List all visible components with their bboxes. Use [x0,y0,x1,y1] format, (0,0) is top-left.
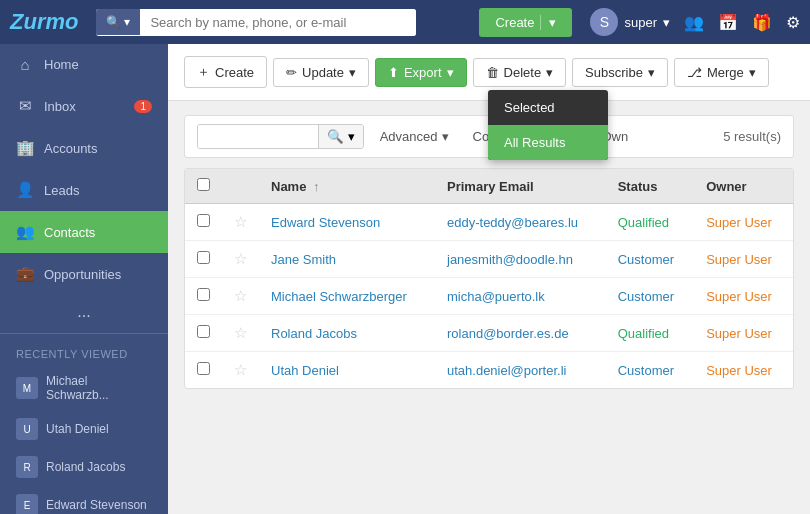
owner-link[interactable]: Super User [706,289,772,304]
table-search-box: 🔍 ▾ [197,124,364,149]
subscribe-button[interactable]: Subscribe ▾ [572,58,668,87]
table-search-button[interactable]: 🔍 ▾ [318,125,363,148]
header-email[interactable]: Primary Email [435,169,606,204]
contact-email-link[interactable]: roland@border.es.de [447,326,569,341]
export-button[interactable]: ⬆ Export ▾ [375,58,467,87]
logo-z: Z [10,9,23,34]
recent-item-michael[interactable]: M Michael Schwarzb... [0,366,168,410]
row-checkbox[interactable] [197,325,210,338]
sidebar-item-contacts[interactable]: 👥 Contacts [0,211,168,253]
merge-button[interactable]: ⎇ Merge ▾ [674,58,769,87]
sidebar-item-label-opportunities: Opportunities [44,267,121,282]
contact-email-link[interactable]: eddy-teddy@beares.lu [447,215,578,230]
people-icon[interactable]: 👥 [684,13,704,32]
opportunities-icon: 💼 [16,265,34,283]
row-checkbox[interactable] [197,251,210,264]
status-badge: Qualified [618,215,669,230]
recent-avatar-roland: R [16,456,38,478]
delete-button[interactable]: 🗑 Delete ▾ [473,58,567,87]
sidebar-item-label-home: Home [44,57,79,72]
header-star-col [222,169,259,204]
star-icon[interactable]: ☆ [234,324,247,341]
sidebar-item-accounts[interactable]: 🏢 Accounts [0,127,168,169]
contact-name-link[interactable]: Jane Smith [271,252,336,267]
row-checkbox-cell [185,204,222,241]
star-icon[interactable]: ☆ [234,213,247,230]
row-status-cell: Customer [606,352,694,389]
owner-link[interactable]: Super User [706,252,772,267]
table-header-row: Name ↑ Primary Email Status Owner [185,169,793,204]
create-contact-button[interactable]: ＋ Create [184,56,267,88]
status-badge: Qualified [618,326,669,341]
recent-avatar-michael: M [16,377,38,399]
contact-name-link[interactable]: Roland Jacobs [271,326,357,341]
header-status[interactable]: Status [606,169,694,204]
contact-name-link[interactable]: Edward Stevenson [271,215,380,230]
export-label: Export [404,65,442,80]
search-input[interactable] [140,9,416,36]
row-email-cell: micha@puerto.lk [435,278,606,315]
update-button[interactable]: ✏ Update ▾ [273,58,369,87]
contact-name-link[interactable]: Michael Schwarzberger [271,289,407,304]
logo-rest: urmo [23,9,78,34]
header-owner[interactable]: Owner [694,169,793,204]
recent-item-edward[interactable]: E Edward Stevenson [0,486,168,514]
advanced-filter-link[interactable]: Advanced ▾ [372,125,457,148]
sidebar-item-opportunities[interactable]: 💼 Opportunities [0,253,168,295]
row-star-cell: ☆ [222,241,259,278]
star-icon[interactable]: ☆ [234,287,247,304]
sidebar-item-inbox[interactable]: ✉ Inbox 1 [0,85,168,127]
owner-link[interactable]: Super User [706,363,772,378]
export-all-results-option[interactable]: All Results [488,125,608,160]
table-row: ☆ Edward Stevenson eddy-teddy@beares.lu … [185,204,793,241]
star-icon[interactable]: ☆ [234,361,247,378]
owner-link[interactable]: Super User [706,215,772,230]
row-name-cell: Roland Jacobs [259,315,435,352]
contacts-table: Name ↑ Primary Email Status Owner [185,169,793,388]
row-checkbox[interactable] [197,214,210,227]
select-all-checkbox[interactable] [197,178,210,191]
user-area[interactable]: S super ▾ [590,8,670,36]
create-button[interactable]: Create ▾ [479,8,572,37]
row-checkbox[interactable] [197,288,210,301]
table-row: ☆ Utah Deniel utah.deniel@porter.li Cust… [185,352,793,389]
row-status-cell: Customer [606,241,694,278]
search-type-button[interactable]: 🔍 ▾ [96,9,140,35]
table-search-input[interactable] [198,125,318,148]
row-owner-cell: Super User [694,241,793,278]
status-badge: Customer [618,363,674,378]
recent-item-utah[interactable]: U Utah Deniel [0,410,168,448]
subscribe-label: Subscribe [585,65,643,80]
sort-arrow: ↑ [313,179,320,194]
delete-label: Delete [504,65,542,80]
row-checkbox[interactable] [197,362,210,375]
gear-icon[interactable]: ⚙ [786,13,800,32]
sidebar-item-home[interactable]: ⌂ Home [0,44,168,85]
row-owner-cell: Super User [694,352,793,389]
recent-item-roland[interactable]: R Roland Jacobs [0,448,168,486]
search-container: 🔍 ▾ [96,9,416,36]
owner-link[interactable]: Super User [706,326,772,341]
gift-icon[interactable]: 🎁 [752,13,772,32]
avatar: S [590,8,618,36]
row-checkbox-cell [185,315,222,352]
row-email-cell: roland@border.es.de [435,315,606,352]
create-label: Create [215,65,254,80]
row-checkbox-cell [185,241,222,278]
row-email-cell: eddy-teddy@beares.lu [435,204,606,241]
header-name[interactable]: Name ↑ [259,169,435,204]
calendar-icon[interactable]: 📅 [718,13,738,32]
contact-email-link[interactable]: janesmith@doodle.hn [447,252,573,267]
trash-icon: 🗑 [486,65,499,80]
contact-email-link[interactable]: micha@puerto.lk [447,289,545,304]
sidebar-more-button[interactable]: ... [0,295,168,329]
main-content: ＋ Create ✏ Update ▾ ⬆ Export ▾ 🗑 Delete … [168,44,810,514]
header-checkbox-col [185,169,222,204]
export-selected-option[interactable]: Selected [488,90,608,125]
advanced-label: Advanced [380,129,438,144]
update-label: Update [302,65,344,80]
contact-email-link[interactable]: utah.deniel@porter.li [447,363,566,378]
star-icon[interactable]: ☆ [234,250,247,267]
sidebar-item-leads[interactable]: 👤 Leads [0,169,168,211]
contact-name-link[interactable]: Utah Deniel [271,363,339,378]
